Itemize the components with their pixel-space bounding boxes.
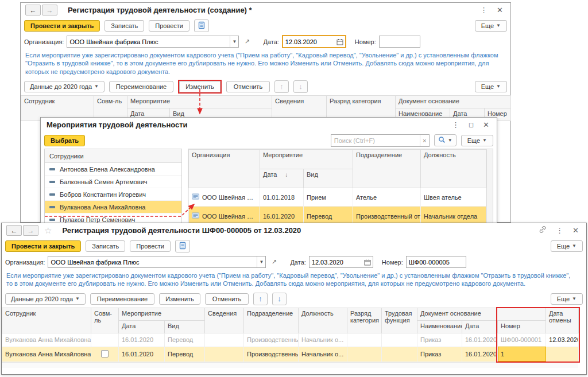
data-before-2020-button[interactable]: Данные до 2020 года▼ — [5, 293, 86, 305]
col-kind[interactable]: Вид — [304, 169, 353, 188]
link-icon[interactable] — [536, 226, 550, 235]
post-and-close-button[interactable]: Провести и закрыть — [5, 240, 81, 252]
rename-button[interactable]: Переименование — [90, 293, 154, 305]
search-field: × — [331, 134, 430, 147]
col-doc-date[interactable]: Дата — [462, 320, 498, 333]
change-button[interactable]: Изменить — [159, 293, 200, 305]
back-button[interactable]: ← — [25, 5, 41, 15]
employee-item[interactable]: Бобров Константин Игоревич — [45, 188, 181, 201]
col-employee[interactable]: Сотрудник — [2, 308, 91, 333]
more-button[interactable]: Еще▼ — [551, 240, 583, 252]
select-button[interactable]: Выбрать — [44, 135, 85, 146]
col-event-group[interactable]: Мероприятие — [127, 95, 272, 108]
col-org[interactable]: Организация — [189, 150, 260, 188]
move-up-button[interactable]: ↑ — [253, 293, 268, 305]
org-dropdown-icon[interactable]: ▼ — [257, 256, 265, 267]
date-field — [309, 256, 373, 268]
col-labor-function[interactable]: Трудовая функция — [382, 308, 417, 333]
more-button[interactable]: Еще▼ — [475, 81, 507, 92]
col-event-date[interactable]: Дата — [119, 320, 165, 333]
event-row[interactable]: ООО Швейная фа... 01.01.2018 Прием Атель… — [189, 188, 486, 207]
col-event-kind[interactable]: Вид — [165, 320, 205, 333]
events-table-zone: Сотрудник Совм-ль Мероприятие Сведения П… — [2, 308, 586, 368]
org-label: Организация: — [24, 38, 64, 45]
col-department[interactable]: Подразделение — [353, 150, 421, 188]
col-position[interactable]: Должность — [421, 150, 486, 188]
more-button[interactable]: Еще▼ — [551, 293, 583, 305]
titlebar: ← → ☆ Регистрация трудовой деятельности … — [2, 223, 586, 238]
favorite-star-icon[interactable]: ☆ — [44, 226, 52, 236]
data-before-2020-button[interactable]: Данные до 2020 года▼ — [24, 81, 105, 92]
forward-button[interactable]: → — [23, 225, 38, 236]
move-down-button[interactable]: ↓ — [293, 80, 308, 93]
vertical-scrollbar[interactable] — [486, 149, 493, 226]
employee-item-selected[interactable]: Вулканова Анна Михайловна — [45, 201, 181, 213]
horizontal-scrollbar[interactable] — [2, 362, 578, 368]
report-movements-button[interactable] — [194, 20, 209, 32]
org-open-icon[interactable]: ↗ — [269, 256, 279, 267]
col-position[interactable]: Должность — [299, 308, 347, 333]
write-button[interactable]: Записать — [86, 240, 125, 252]
employee-item[interactable]: Антонова Елена Александровна — [45, 163, 181, 176]
post-button[interactable]: Провести — [149, 20, 189, 32]
rename-button[interactable]: Переименование — [109, 81, 173, 92]
close-icon[interactable]: ✕ — [480, 121, 492, 129]
col-doc-name[interactable]: Наименование — [417, 320, 462, 333]
parttime-checkbox[interactable] — [101, 350, 109, 357]
col-event-group[interactable]: Мероприятие — [260, 150, 353, 169]
col-cancel-date[interactable]: Дата отмены — [546, 308, 579, 333]
col-doc-number[interactable]: Номер — [498, 320, 546, 333]
more-button[interactable]: Еще▼ — [461, 135, 493, 146]
col-event-group[interactable]: Мероприятие — [119, 308, 205, 320]
kebab-menu-icon[interactable]: ⋮ — [553, 226, 566, 235]
cancel-event-button[interactable]: Отменить — [205, 293, 249, 305]
person-icon — [49, 219, 55, 221]
change-button[interactable]: Изменить — [179, 81, 220, 92]
more-button[interactable]: Еще▼ — [475, 20, 507, 32]
search-button[interactable]: ▼ — [434, 134, 457, 146]
col-grade[interactable]: Разряд категория — [347, 308, 382, 333]
col-date-sorted[interactable]: Дата↓ — [260, 169, 304, 188]
window-events-dialog: Мероприятия трудовой деятельности ⋮ ◻ ✕ … — [40, 117, 497, 232]
org-input[interactable] — [48, 257, 257, 267]
move-down-button[interactable]: ↓ — [272, 293, 287, 305]
post-and-close-button[interactable]: Провести и закрыть — [24, 20, 100, 32]
col-info[interactable]: Сведения — [205, 308, 244, 333]
number-input[interactable] — [380, 37, 420, 46]
write-button[interactable]: Записать — [105, 20, 144, 32]
col-parttime[interactable]: Совм-ль — [91, 308, 119, 333]
clear-search-icon[interactable]: × — [420, 135, 429, 146]
forward-button[interactable]: → — [42, 5, 57, 15]
date-input[interactable] — [310, 257, 363, 267]
col-department[interactable]: Подразделение — [244, 308, 299, 333]
calendar-icon[interactable] — [363, 256, 373, 267]
post-button[interactable]: Провести — [130, 240, 171, 252]
col-base-doc-group[interactable]: Документ основание — [417, 308, 546, 320]
screen: ← → Регистрация трудовой деятельности (с… — [0, 0, 588, 377]
kebab-menu-icon[interactable]: ⋮ — [449, 121, 462, 129]
maximize-icon[interactable]: ◻ — [466, 121, 477, 129]
events-table: Сотрудник Совм-ль Мероприятие Сведения П… — [2, 308, 579, 362]
employee-item[interactable]: Балконный Семен Артемович — [45, 176, 181, 188]
col-base-doc-group[interactable]: Документ основание — [396, 95, 511, 108]
org-input[interactable] — [67, 37, 230, 46]
number-label: Номер: — [382, 259, 403, 266]
number-input[interactable] — [407, 257, 466, 267]
back-button[interactable]: ← — [6, 225, 22, 236]
event-row-cancelled[interactable]: Вулканова Анна Михайловна 16.01.2020 Пер… — [2, 333, 579, 347]
move-up-button[interactable]: ↑ — [274, 80, 289, 93]
date-input[interactable] — [283, 37, 335, 46]
calendar-icon[interactable] — [335, 36, 345, 47]
org-dropdown-icon[interactable]: ▼ — [230, 36, 238, 47]
org-open-icon[interactable]: ↗ — [242, 36, 252, 47]
close-icon[interactable]: ✕ — [570, 226, 582, 235]
doc-number-active-cell[interactable]: 1 — [498, 347, 546, 362]
cancel-event-button[interactable]: Отменить — [226, 81, 270, 92]
person-icon — [49, 206, 55, 208]
report-movements-button[interactable] — [175, 240, 190, 252]
search-input[interactable] — [331, 137, 420, 144]
document-icon — [192, 193, 199, 201]
close-icon[interactable]: ✕ — [494, 6, 506, 14]
kebab-menu-icon[interactable]: ⋮ — [477, 6, 490, 14]
event-row-current[interactable]: Вулканова Анна Михайловна 16.01.2020 Пер… — [2, 347, 579, 362]
